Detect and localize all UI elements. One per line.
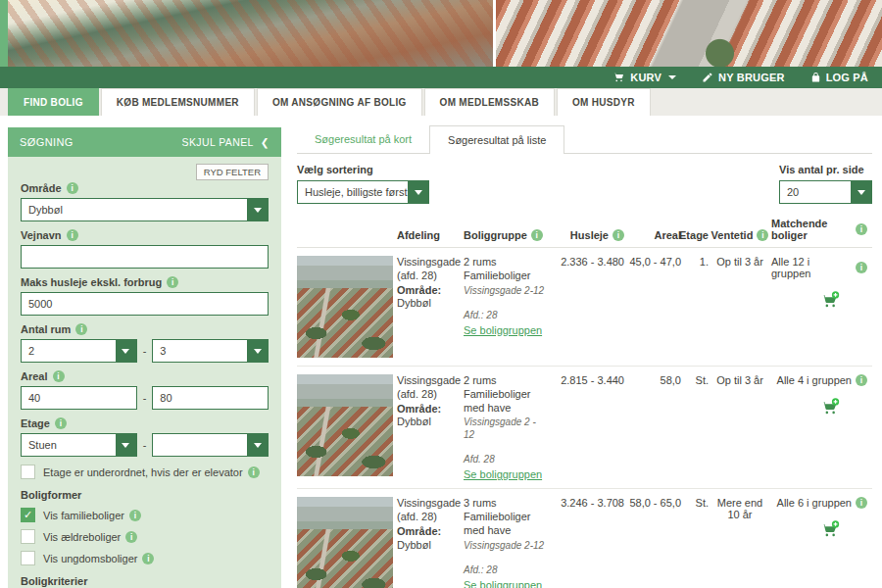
- page-content: SØGNING SKJUL PANEL ❮ RYD FELTER Område …: [0, 116, 882, 588]
- areal-cell: 58,0 - 65,0: [628, 497, 681, 588]
- antal-rum-to-select[interactable]: 3: [152, 339, 269, 363]
- omrade-label: Område: [21, 182, 62, 194]
- add-to-cart-button[interactable]: [820, 398, 840, 418]
- range-dash: -: [143, 345, 147, 357]
- info-icon[interactable]: i: [531, 229, 543, 241]
- nav-tab-koeb-medlemsnummer[interactable]: KØB MEDLEMSNUMMER: [101, 88, 255, 116]
- group-afd: Afd.: 28: [464, 564, 546, 576]
- etage-from-select[interactable]: Stuen: [21, 433, 137, 457]
- maks-husleje-input[interactable]: [21, 292, 269, 316]
- property-photo[interactable]: [297, 256, 393, 358]
- ungdomsboliger-checkbox[interactable]: [21, 551, 35, 565]
- clear-fields-button[interactable]: RYD FELTER: [196, 164, 269, 180]
- ventetid-cell: Mere end 10 år: [712, 497, 767, 588]
- vejnavn-label: Vejnavn: [21, 229, 62, 241]
- familieboliger-checkbox[interactable]: ✓: [21, 508, 35, 522]
- info-icon[interactable]: i: [757, 229, 768, 241]
- areal-from-input[interactable]: [21, 386, 137, 410]
- tab-result-list[interactable]: Søgeresultat på liste: [429, 125, 564, 154]
- nav-tab-om-ansoegning[interactable]: OM ANSØGNING AF BOLIG: [257, 88, 422, 116]
- etage-cell: 1.: [685, 256, 709, 358]
- afdeling-name: Vissingsgade (afd. 28): [397, 497, 460, 524]
- etage-to-select[interactable]: [152, 433, 269, 457]
- banner-photo-square: [496, 0, 882, 67]
- afdeling-name: Vissingsgade (afd. 28): [397, 374, 460, 402]
- antal-rum-from-value: 2: [22, 345, 34, 357]
- nav-tab-find-bolig[interactable]: FIND BOLIG: [8, 88, 99, 116]
- antal-rum-from-select[interactable]: 2: [21, 339, 137, 363]
- chevron-down-icon: [408, 181, 428, 203]
- new-user-button[interactable]: NY BRUGER: [702, 72, 785, 83]
- vejnavn-input[interactable]: [21, 245, 269, 269]
- info-icon[interactable]: i: [75, 323, 87, 335]
- group-afd: Afd. 28: [464, 453, 546, 466]
- info-icon[interactable]: i: [129, 510, 141, 521]
- tab-result-map[interactable]: Søgeresultat på kort: [297, 125, 429, 153]
- lock-icon: [810, 72, 821, 83]
- col-ventetid: Ventetidi: [712, 229, 767, 241]
- group-address: Vissingsgade 2 - 12: [464, 416, 546, 441]
- info-icon[interactable]: i: [248, 466, 260, 478]
- omrade-value: Dybbøl: [22, 204, 63, 216]
- banner-accent-strip: [0, 0, 8, 67]
- sort-select[interactable]: Husleje, billigste først: [297, 180, 429, 204]
- hide-panel-button[interactable]: SKJUL PANEL ❮: [182, 136, 270, 148]
- info-icon[interactable]: i: [856, 374, 867, 386]
- add-to-cart-button[interactable]: [820, 291, 840, 312]
- cart-label: KURV: [630, 72, 662, 83]
- hide-panel-label: SKJUL PANEL: [182, 136, 254, 148]
- login-label: LOG PÅ: [826, 72, 868, 83]
- sort-value: Husleje, billigste først: [298, 186, 408, 198]
- info-icon[interactable]: i: [125, 531, 137, 543]
- per-page-label: Vis antal pr. side: [779, 164, 872, 175]
- boligkriterier-heading: Boligkriterier: [21, 575, 269, 587]
- areal-cell: 58,0: [628, 374, 681, 480]
- see-group-link[interactable]: Se boliggruppen: [464, 324, 542, 336]
- chevron-down-icon: [851, 181, 871, 203]
- cart-menu[interactable]: KURV: [612, 72, 676, 83]
- info-icon[interactable]: i: [167, 276, 178, 288]
- info-icon[interactable]: i: [53, 370, 65, 382]
- boliggruppe-cell: 2 rums Familieboliger Vissingsgade 2-12 …: [464, 256, 546, 358]
- elevator-checkbox[interactable]: [21, 465, 35, 479]
- omrade-name: Dybbøl: [397, 416, 431, 427]
- nav-tab-om-medlemsskab[interactable]: OM MEDLEMSSKAB: [424, 88, 555, 116]
- areal-to-input[interactable]: [152, 386, 269, 410]
- info-icon[interactable]: i: [612, 229, 624, 241]
- afdeling-name: Vissingsgade (afd. 28): [397, 256, 460, 283]
- aeldreboliger-checkbox-label: Vis ældreboliger: [43, 531, 121, 543]
- info-icon[interactable]: i: [67, 182, 78, 194]
- etage-cell: St.: [685, 497, 709, 588]
- group-afd: Afd.: 28: [464, 309, 546, 321]
- header-banner: [0, 0, 882, 67]
- see-group-link[interactable]: Se boliggruppen: [464, 579, 542, 588]
- omrade-select[interactable]: Dybbøl: [21, 198, 269, 221]
- etage-cell: St.: [685, 374, 709, 480]
- info-icon[interactable]: i: [55, 417, 67, 429]
- per-page-select[interactable]: 20: [779, 180, 872, 204]
- property-photo[interactable]: [297, 374, 393, 476]
- omrade-name: Dybbøl: [397, 297, 431, 309]
- matchende-cell: Alle 6 i gruppen i: [771, 497, 867, 588]
- add-to-cart-button[interactable]: [820, 520, 840, 541]
- col-husleje: Huslejei: [550, 229, 624, 241]
- login-button[interactable]: LOG PÅ: [810, 72, 868, 83]
- range-dash: -: [143, 439, 147, 451]
- info-icon[interactable]: i: [67, 229, 78, 241]
- cart-add-icon: [820, 291, 840, 310]
- sort-label: Vælg sortering: [297, 164, 429, 175]
- cart-add-icon: [820, 520, 840, 539]
- info-icon[interactable]: i: [856, 223, 867, 235]
- see-group-link[interactable]: Se boliggruppen: [464, 468, 542, 480]
- property-photo[interactable]: [297, 497, 393, 588]
- info-icon[interactable]: i: [142, 553, 154, 564]
- info-icon[interactable]: i: [856, 497, 867, 509]
- info-icon[interactable]: i: [856, 262, 867, 273]
- aeldreboliger-checkbox[interactable]: [21, 529, 35, 544]
- col-boliggruppe: Boliggruppei: [464, 229, 546, 241]
- nav-tab-om-husdyr[interactable]: OM HUSDYR: [557, 88, 651, 116]
- result-row: Vissingsgade (afd. 28) Område: Dybbøl 2 …: [297, 367, 872, 489]
- pencil-icon: [702, 72, 713, 83]
- banner-photo-town: [8, 0, 493, 67]
- matchende-cell: Alle 4 i gruppen i: [771, 374, 867, 480]
